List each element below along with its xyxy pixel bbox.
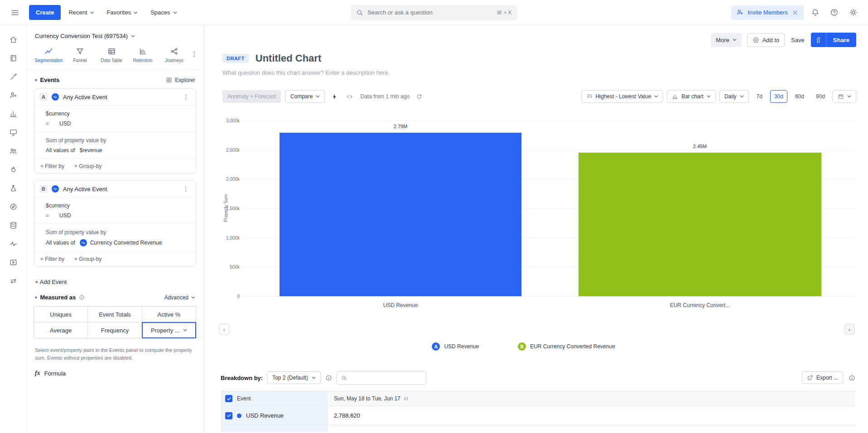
measure-property-row[interactable]: All values of Currency Converted Revenue	[34, 237, 196, 248]
spaces-menu[interactable]: Spaces	[145, 5, 182, 20]
measure-property-row[interactable]: All values of $revenue	[34, 145, 196, 155]
group-by-button[interactable]: + Group-by	[74, 256, 101, 262]
export-button[interactable]: Export ...	[802, 371, 843, 384]
advanced-dropdown[interactable]: Advanced	[164, 294, 195, 301]
tab-retention[interactable]: Retention	[127, 46, 159, 65]
chart-type-dropdown[interactable]: Bar chart	[667, 90, 716, 103]
export-icon	[807, 375, 813, 381]
create-button[interactable]: Create	[29, 5, 61, 20]
filter-property[interactable]: $currency	[34, 201, 196, 211]
row-checkbox[interactable]	[225, 412, 232, 419]
date-range-picker[interactable]	[833, 90, 856, 103]
event-measure-section: Sum of property value by All values of C…	[34, 224, 196, 251]
select-all-checkbox[interactable]	[225, 395, 232, 402]
tab-data-table[interactable]: Data Table	[96, 46, 127, 65]
swap-icon[interactable]	[5, 273, 21, 289]
events-section-title[interactable]: ▾ Events	[35, 77, 59, 83]
database-icon[interactable]	[5, 217, 21, 233]
bar[interactable]	[280, 133, 521, 296]
add-to-button[interactable]: Add to	[747, 33, 785, 47]
interval-dropdown[interactable]: Daily	[719, 90, 749, 103]
range-7d-button[interactable]: 7d	[752, 90, 767, 103]
date-header-cell[interactable]: Sun, May 18 to Tue, Jun 17	[328, 391, 855, 406]
filter-operator: =	[46, 212, 55, 219]
more-button[interactable]: More	[711, 33, 742, 47]
chart-title[interactable]: Untitled Chart	[256, 53, 321, 64]
filter-condition[interactable]: = USD	[34, 211, 196, 221]
chart-icon[interactable]	[5, 106, 21, 121]
dismiss-invite-icon[interactable]	[791, 9, 799, 16]
filter-by-button[interactable]: + Filter by	[40, 256, 64, 262]
hamburger-menu-button[interactable]	[7, 5, 23, 20]
legend-item-a[interactable]: A USD Revenue	[432, 342, 479, 351]
option-property-selected[interactable]: Property ...	[142, 322, 196, 338]
event-card-header[interactable]: B Any Active Event ⋮	[34, 181, 196, 197]
event-options-button[interactable]: ⋮	[181, 185, 191, 192]
tab-segmentation[interactable]: Segmentation	[33, 46, 64, 65]
range-60d-button[interactable]: 60d	[791, 90, 808, 103]
pulse-icon[interactable]	[5, 236, 21, 251]
filter-property[interactable]: $currency	[34, 109, 196, 119]
compass-icon[interactable]	[5, 199, 21, 214]
sort-order-dropdown[interactable]: Highest - Lowest Value	[581, 90, 664, 103]
monitor-icon[interactable]	[5, 125, 21, 140]
filter-by-button[interactable]: + Filter by	[40, 163, 64, 169]
measured-as-title[interactable]: ▾ Measured as	[35, 294, 85, 301]
tab-funnel[interactable]: Funnel	[64, 46, 96, 65]
save-button[interactable]: Save	[790, 33, 805, 47]
filter-condition[interactable]: = USD	[34, 119, 196, 129]
option-frequency[interactable]: Frequency	[87, 322, 142, 338]
gridline: 0	[244, 296, 855, 297]
breakdown-search[interactable]	[337, 371, 426, 385]
flame-icon[interactable]	[5, 162, 21, 177]
option-event-totals[interactable]: Event Totals	[87, 306, 142, 322]
explorer-button[interactable]: Explorer	[166, 77, 195, 83]
chart-description-placeholder[interactable]: What question does this chart answer? En…	[222, 69, 390, 76]
add-event-button[interactable]: + Add Event	[27, 273, 75, 287]
notebook-icon[interactable]	[5, 50, 21, 66]
formula-button[interactable]: fx Formula	[27, 362, 74, 384]
any-event-icon	[52, 93, 59, 101]
users-icon[interactable]	[5, 143, 21, 159]
refresh-button[interactable]	[414, 91, 424, 101]
bar[interactable]	[579, 153, 821, 296]
group-by-button[interactable]: + Group-by	[74, 163, 101, 169]
table-row[interactable]: USD Revenue 2,788,620	[221, 406, 855, 425]
global-search-input[interactable]: Search or ask a question ⌘ + K	[351, 5, 517, 20]
event-card-header[interactable]: A Any Active Event ⋮	[34, 89, 196, 105]
option-active-pct[interactable]: Active %	[142, 306, 196, 322]
more-chart-types-button[interactable]: ⋮	[190, 46, 199, 58]
share-button[interactable]: Share	[826, 33, 856, 47]
quick-insights-button[interactable]	[329, 91, 340, 102]
option-average[interactable]: Average	[34, 322, 88, 338]
favorites-menu[interactable]: Favorites	[102, 5, 143, 20]
search-shortcut-hint: ⌘ + K	[497, 10, 512, 16]
user-add-icon[interactable]	[5, 87, 21, 103]
replay-icon[interactable]	[5, 255, 21, 270]
top-n-dropdown[interactable]: Top 2 (Default)	[267, 371, 321, 384]
home-icon[interactable]	[5, 32, 21, 47]
event-options-button[interactable]: ⋮	[181, 93, 191, 101]
option-label: Frequency	[101, 327, 129, 334]
help-button[interactable]	[826, 5, 842, 20]
wand-icon[interactable]	[5, 69, 21, 84]
range-30d-button[interactable]: 30d	[770, 90, 787, 103]
compare-dropdown[interactable]: Compare	[285, 90, 325, 103]
export-label: Export ...	[816, 375, 838, 381]
tab-journeys[interactable]: Journeys	[159, 46, 190, 65]
copy-link-button[interactable]	[811, 33, 826, 47]
notifications-button[interactable]	[807, 5, 823, 20]
settings-button[interactable]	[845, 5, 861, 20]
flask-icon[interactable]	[5, 180, 21, 196]
invite-members-button[interactable]: Invite Members	[731, 5, 804, 20]
breakdown-search-input[interactable]	[350, 375, 422, 381]
chart-page-next-button[interactable]: ›	[844, 324, 854, 335]
recent-menu[interactable]: Recent	[63, 5, 99, 20]
legend-item-b[interactable]: B EUR Currency Converted Revenue	[518, 342, 615, 351]
measure-label: Sum of property value by	[34, 135, 196, 145]
chart-page-previous-button[interactable]: ‹	[219, 324, 229, 335]
option-uniques[interactable]: Uniques	[34, 306, 88, 322]
project-selector[interactable]: Currency Conversion Test (697534)	[27, 25, 203, 44]
range-90d-button[interactable]: 90d	[812, 90, 829, 103]
view-code-button[interactable]	[344, 91, 355, 102]
